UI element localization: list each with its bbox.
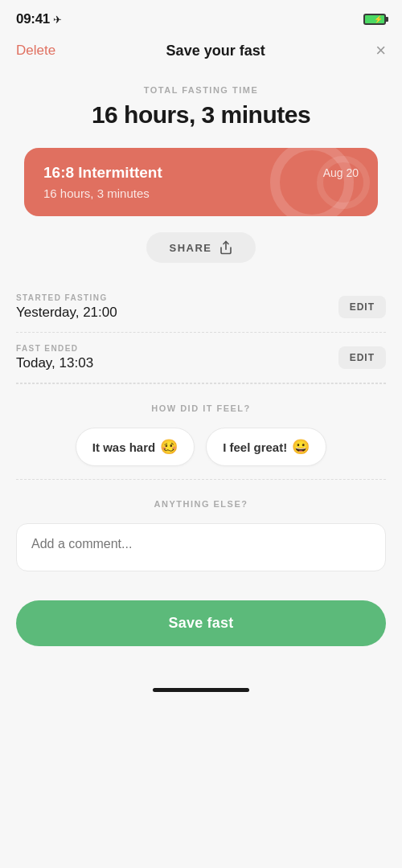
share-icon	[219, 240, 233, 255]
feel-great-emoji: 😀	[292, 438, 310, 456]
delete-button[interactable]: Delete	[16, 43, 55, 59]
fast-card-duration: 16 hours, 3 minutes	[43, 186, 359, 200]
feel-heading: HOW DID IT FEEL?	[16, 403, 386, 413]
info-section: STARTED FASTING Yesterday, 21:00 EDIT FA…	[16, 282, 386, 383]
share-label: SHARE	[169, 242, 211, 254]
feel-hard-label: It was hard	[92, 440, 155, 454]
fast-ended-label: FAST ENDED	[16, 344, 93, 353]
nav-bar: Delete Save your fast ×	[0, 34, 402, 72]
status-bar: 09:41 ✈ ⚡	[0, 0, 402, 34]
started-fasting-label: STARTED FASTING	[16, 293, 117, 302]
feel-great-button[interactable]: I feel great! 😀	[206, 428, 326, 466]
feel-hard-button[interactable]: It was hard 🥴	[76, 428, 195, 466]
feel-great-label: I feel great!	[223, 440, 287, 454]
feel-section: HOW DID IT FEEL? It was hard 🥴 I feel gr…	[16, 383, 386, 479]
share-container: SHARE	[16, 232, 386, 263]
comment-input[interactable]	[16, 523, 386, 571]
location-icon: ✈	[53, 14, 62, 26]
fasting-label: TOTAL FASTING TIME	[16, 85, 386, 95]
started-fasting-value: Yesterday, 21:00	[16, 305, 117, 321]
feel-hard-emoji: 🥴	[160, 438, 178, 456]
fast-card-header: 16:8 Intermittent Aug 20	[43, 164, 359, 182]
page-title: Save your fast	[166, 43, 265, 59]
main-content: TOTAL FASTING TIME 16 hours, 3 minutes 1…	[0, 72, 402, 678]
started-fasting-row: STARTED FASTING Yesterday, 21:00 EDIT	[16, 282, 386, 333]
fasting-time-section: TOTAL FASTING TIME 16 hours, 3 minutes	[16, 85, 386, 129]
anything-else-heading: ANYTHING ELSE?	[16, 499, 386, 509]
share-button[interactable]: SHARE	[146, 232, 255, 263]
save-section: Save fast	[16, 588, 386, 665]
save-fast-button[interactable]: Save fast	[16, 600, 386, 646]
edit-start-button[interactable]: EDIT	[338, 296, 386, 318]
comment-section: ANYTHING ELSE?	[16, 479, 386, 588]
fast-card-type: 16:8 Intermittent	[43, 164, 162, 182]
home-indicator	[0, 678, 402, 698]
fast-ended-row: FAST ENDED Today, 13:03 EDIT	[16, 333, 386, 383]
fasting-time-value: 16 hours, 3 minutes	[16, 101, 386, 129]
fast-card: 16:8 Intermittent Aug 20 16 hours, 3 min…	[24, 148, 378, 216]
fast-ended-value: Today, 13:03	[16, 355, 93, 371]
status-time: 09:41	[16, 11, 50, 27]
home-bar	[153, 688, 249, 692]
edit-end-button[interactable]: EDIT	[338, 346, 386, 369]
close-button[interactable]: ×	[375, 42, 386, 59]
status-icons: ⚡	[363, 14, 386, 25]
battery-icon: ⚡	[363, 14, 386, 25]
fast-card-date: Aug 20	[323, 166, 359, 179]
feel-buttons: It was hard 🥴 I feel great! 😀	[16, 428, 386, 466]
